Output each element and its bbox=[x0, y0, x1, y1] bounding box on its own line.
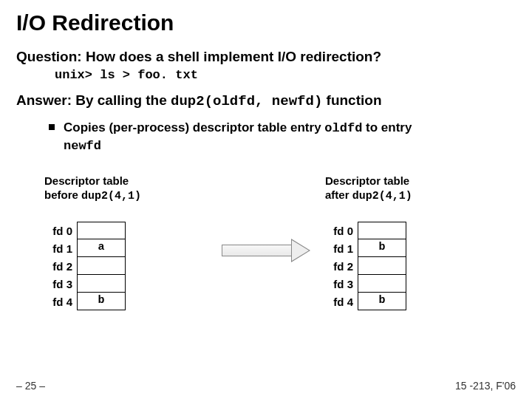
after-caption-l2b: dup2(4,1) bbox=[352, 190, 412, 202]
answer-suffix: function bbox=[322, 92, 381, 108]
fd-cell: b bbox=[358, 239, 406, 257]
question-text: Question: How does a shell implement I/O… bbox=[16, 49, 516, 65]
arrow-right-icon bbox=[222, 241, 310, 260]
course-tag: 15 -213, F'06 bbox=[455, 380, 516, 392]
fd-label: fd 3 bbox=[49, 278, 77, 290]
fd-cell bbox=[358, 257, 406, 275]
arrow-container bbox=[207, 241, 325, 260]
before-caption-l2b: dup2(4,1) bbox=[81, 190, 141, 202]
after-caption-l2a: after bbox=[325, 188, 352, 201]
bullet-code2: newfd bbox=[64, 139, 101, 153]
table-row: fd 2 bbox=[330, 257, 488, 275]
after-caption: Descriptor table after dup2(4,1) bbox=[325, 174, 488, 204]
table-row: fd 0 bbox=[49, 222, 207, 239]
bullet-part2: to entry bbox=[362, 120, 412, 134]
table-row: fd 3 bbox=[330, 275, 488, 293]
fd-cell bbox=[358, 222, 406, 239]
answer-prefix: Answer: By calling the bbox=[16, 92, 171, 108]
table-row: fd 3 bbox=[49, 275, 207, 293]
answer-text: Answer: By calling the dup2(oldfd, newfd… bbox=[16, 92, 516, 109]
fd-cell bbox=[77, 275, 126, 293]
after-table: fd 0 fd 1 b fd 2 fd 3 fd 4 b bbox=[330, 222, 488, 310]
after-caption-l1: Descriptor table bbox=[325, 174, 409, 187]
before-caption-l1: Descriptor table bbox=[44, 174, 129, 187]
shell-command: unix> ls > foo. txt bbox=[55, 68, 516, 82]
fd-label: fd 3 bbox=[330, 278, 358, 290]
before-caption: Descriptor table before dup2(4,1) bbox=[44, 174, 207, 204]
table-row: fd 1 a bbox=[49, 239, 207, 257]
fd-label: fd 1 bbox=[49, 242, 77, 255]
footer: – 25 – 15 -213, F'06 bbox=[16, 380, 516, 392]
fd-cell bbox=[358, 275, 406, 293]
fd-cell: b bbox=[358, 293, 406, 310]
fd-cell: b bbox=[77, 293, 126, 310]
fd-cell bbox=[77, 222, 126, 239]
tables-area: Descriptor table before dup2(4,1) fd 0 f… bbox=[16, 174, 516, 311]
table-row: fd 4 b bbox=[330, 293, 488, 310]
slide-title: I/O Redirection bbox=[16, 10, 516, 35]
fd-label: fd 2 bbox=[330, 260, 358, 273]
page-number: – 25 – bbox=[16, 380, 45, 392]
bullet-part1: Copies (per-process) descriptor table en… bbox=[64, 120, 324, 134]
fd-label: fd 0 bbox=[49, 225, 77, 237]
fd-cell: a bbox=[77, 239, 126, 257]
fd-label: fd 4 bbox=[49, 296, 77, 308]
bullet-item: Copies (per-process) descriptor table en… bbox=[49, 120, 516, 155]
before-caption-l2a: before bbox=[44, 188, 81, 201]
fd-cell bbox=[77, 257, 126, 275]
fd-label: fd 1 bbox=[330, 242, 358, 255]
bullet-code1: oldfd bbox=[324, 121, 362, 135]
after-table-block: Descriptor table after dup2(4,1) fd 0 fd… bbox=[325, 174, 488, 311]
table-row: fd 2 bbox=[49, 257, 207, 275]
fd-label: fd 0 bbox=[330, 225, 358, 237]
before-table: fd 0 fd 1 a fd 2 fd 3 fd 4 b bbox=[49, 222, 207, 310]
answer-code: dup2(oldfd, newfd) bbox=[171, 93, 322, 109]
table-row: fd 1 b bbox=[330, 239, 488, 257]
before-table-block: Descriptor table before dup2(4,1) fd 0 f… bbox=[44, 174, 207, 311]
fd-label: fd 2 bbox=[49, 260, 77, 273]
bullet-square-icon bbox=[49, 124, 55, 130]
table-row: fd 0 bbox=[330, 222, 488, 239]
fd-label: fd 4 bbox=[330, 296, 358, 308]
bullet-text: Copies (per-process) descriptor table en… bbox=[64, 120, 412, 155]
table-row: fd 4 b bbox=[49, 293, 207, 310]
